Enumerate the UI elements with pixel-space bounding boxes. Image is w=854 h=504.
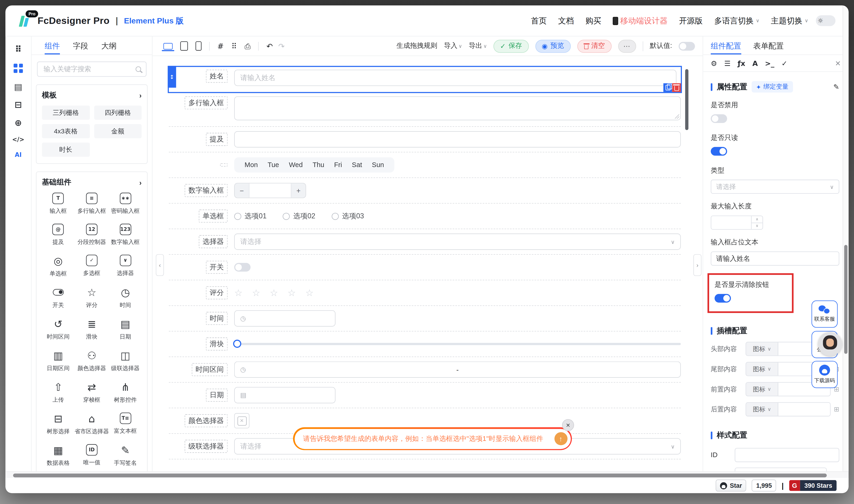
window-vertical-scrollbar[interactable]: [843, 5, 849, 471]
font-icon[interactable]: A: [752, 60, 758, 67]
form-field[interactable]: 数字输入框−+: [169, 178, 681, 203]
预览-button[interactable]: ◉预览: [535, 39, 571, 52]
chevron-right-icon[interactable]: ›: [139, 178, 142, 186]
day-option[interactable]: Wed: [284, 161, 308, 169]
date-input[interactable]: ▤: [234, 387, 335, 403]
day-option[interactable]: Sun: [367, 161, 389, 169]
collapse-right-handle[interactable]: ›: [693, 254, 701, 276]
component-item[interactable]: ≣滑块: [75, 318, 108, 341]
toolbar-link[interactable]: 生成拖拽规则: [396, 41, 437, 51]
search-box[interactable]: [37, 61, 146, 77]
property-input[interactable]: 请输入姓名: [711, 252, 839, 266]
slot-control[interactable]: 图标∨: [746, 402, 831, 416]
ai-prompt-placeholder[interactable]: 请告诉我您希望生成的表单内容，例如：当单选框选中"选项1"时显示输入框组件: [303, 434, 550, 444]
slot-type-select[interactable]: 图标∨: [746, 342, 778, 355]
star-rating[interactable]: ☆ ☆ ☆ ☆ ☆: [234, 288, 317, 299]
form-field[interactable]: 多行输入框: [169, 93, 681, 127]
spin-down-icon[interactable]: ∨: [752, 223, 763, 229]
function-icon[interactable]: ƒx: [738, 60, 745, 67]
tab-表单配置[interactable]: 表单配置: [753, 41, 784, 54]
component-item[interactable]: ↺时间区间: [42, 318, 74, 341]
form-field[interactable]: 单选框选项01选项02选项03: [169, 203, 681, 229]
number-input[interactable]: ∧∨: [711, 216, 763, 230]
property-switch[interactable]: [715, 294, 731, 303]
spin-up-icon[interactable]: ∧: [752, 216, 763, 223]
day-option[interactable]: Tue: [263, 161, 284, 169]
select-select[interactable]: 请选择∨: [234, 233, 681, 250]
window-horizontal-scrollbar[interactable]: [5, 471, 849, 478]
component-item[interactable]: ∨选择器: [109, 255, 142, 278]
globe-icon[interactable]: ⊕: [15, 119, 22, 127]
switch-control[interactable]: [234, 263, 250, 272]
component-item[interactable]: ∗∗密码输入框: [109, 193, 142, 215]
ai-send-button[interactable]: ↑: [554, 432, 567, 445]
undo-icon[interactable]: ↶: [266, 42, 273, 50]
form-field[interactable]: 评分☆ ☆ ☆ ☆ ☆: [169, 280, 681, 306]
components-icon[interactable]: [14, 64, 17, 67]
template-button[interactable]: 金额: [94, 124, 142, 138]
slider-track[interactable]: [234, 343, 681, 345]
tab-字段[interactable]: 字段: [73, 41, 88, 54]
component-item[interactable]: ✓多选框: [75, 255, 108, 278]
gitee-badge[interactable]: G 390 Stars: [789, 480, 836, 491]
radio-option[interactable]: 选项01: [234, 211, 266, 221]
radio-option[interactable]: 选项03: [332, 211, 364, 221]
slot-input[interactable]: [778, 403, 830, 416]
component-item[interactable]: ▤日期: [109, 318, 142, 341]
清空-button[interactable]: 清空: [577, 39, 611, 52]
slot-grid-icon[interactable]: ⊞: [834, 406, 839, 413]
slider-handle[interactable]: [233, 340, 241, 348]
mention-input[interactable]: [234, 131, 681, 147]
search-input[interactable]: [42, 65, 132, 74]
保存-button[interactable]: ✓保存: [493, 39, 528, 52]
name-input[interactable]: 请输入姓名: [234, 70, 677, 86]
time-range-input[interactable]: ◷-: [234, 361, 681, 378]
tablet-icon[interactable]: [180, 41, 188, 51]
float-wechat-button[interactable]: 联系客服: [812, 301, 838, 328]
property-select[interactable]: 请选择∨: [711, 180, 839, 194]
collapse-left-handle[interactable]: ‹: [156, 254, 164, 276]
component-item[interactable]: ⊟树形选择: [42, 413, 74, 435]
copy-field-button[interactable]: [663, 83, 672, 92]
grid-icon[interactable]: #: [217, 42, 224, 50]
component-item[interactable]: ◫级联选择器: [109, 349, 142, 373]
template-button[interactable]: 时长: [42, 143, 90, 157]
plus-button[interactable]: +: [291, 183, 306, 197]
day-option[interactable]: Mon: [240, 161, 263, 169]
more-button[interactable]: ⋯: [618, 39, 636, 52]
day-option[interactable]: Thu: [308, 161, 329, 169]
default-value-switch[interactable]: [679, 41, 695, 50]
toolbar-link[interactable]: 导出∨: [469, 41, 487, 51]
phone-icon[interactable]: [195, 41, 202, 51]
component-item[interactable]: 123数字输入框: [109, 224, 142, 246]
component-item[interactable]: ⋔树形控件: [109, 381, 142, 404]
nav-item[interactable]: 购买: [585, 16, 601, 26]
component-item[interactable]: T输入框: [42, 193, 74, 215]
redo-icon[interactable]: ↷: [278, 42, 285, 50]
template-button[interactable]: 四列栅格: [94, 106, 142, 120]
component-item[interactable]: ⚇颜色选择器: [75, 349, 108, 373]
code-icon[interactable]: </>: [12, 137, 24, 143]
apps-grid-icon[interactable]: ⠿: [15, 45, 22, 54]
minus-button[interactable]: −: [235, 183, 249, 197]
delete-field-button[interactable]: [672, 83, 681, 92]
ai-close-button[interactable]: ✕: [562, 419, 574, 431]
canvas-scrollbar[interactable]: [685, 69, 689, 130]
component-item[interactable]: T≡富文本框: [109, 413, 142, 435]
close-icon[interactable]: ✕: [835, 59, 841, 67]
float-github-button[interactable]: 下载源码: [812, 361, 838, 388]
chevron-right-icon[interactable]: ›: [139, 91, 142, 99]
component-item[interactable]: 开关: [42, 286, 74, 309]
tune-icon[interactable]: ☰: [724, 60, 731, 67]
segmented-days[interactable]: MonTueWedThuFriSatSun: [234, 157, 395, 173]
color-picker-button[interactable]: ✕: [234, 413, 249, 428]
component-item[interactable]: 12分段控制器: [75, 224, 108, 246]
slot-type-select[interactable]: 图标∨: [746, 403, 778, 416]
number-stepper[interactable]: −+: [234, 183, 306, 198]
tab-组件[interactable]: 组件: [45, 41, 60, 54]
stepper-value[interactable]: [249, 183, 291, 197]
database-icon[interactable]: ⊟: [15, 101, 22, 109]
form-field[interactable]: 日期▤: [169, 383, 681, 408]
app-logo[interactable]: Pro FcDesigner Pro | Element Plus 版: [19, 14, 184, 28]
time-input[interactable]: ◷: [234, 310, 335, 326]
